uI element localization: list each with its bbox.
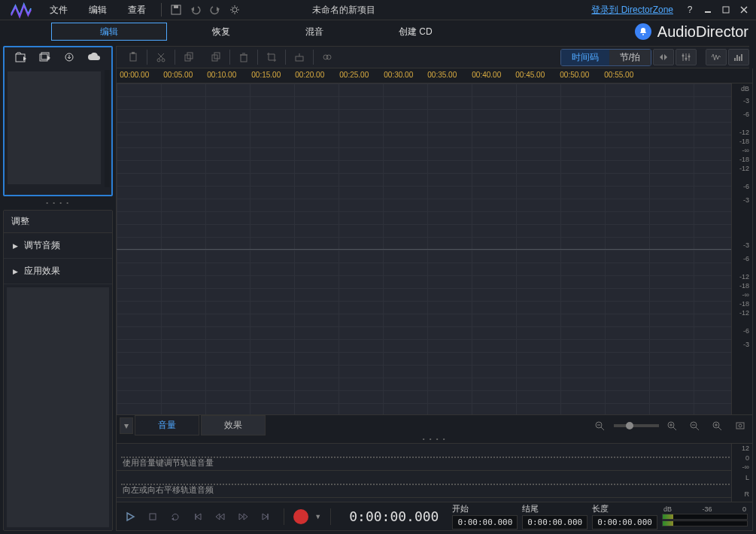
menu-file[interactable]: 文件	[39, 1, 78, 20]
track-hint: 使用音量键调节轨道音量	[123, 457, 214, 469]
import-file-icon[interactable]	[15, 52, 27, 65]
tracks-area: 使用音量键调节轨道音量 向左或向右平移轨道音频 12 0 -∞ L R dB	[117, 443, 752, 502]
end-label: 结尾	[522, 503, 587, 514]
adjust-body	[7, 287, 109, 527]
rewind-button[interactable]	[211, 508, 229, 526]
copy2-icon[interactable]	[202, 48, 229, 66]
tab-mix[interactable]: 混音	[283, 23, 346, 41]
svg-rect-62	[150, 514, 156, 520]
svg-marker-65	[196, 514, 201, 520]
zoom-slider[interactable]	[614, 424, 659, 427]
time-ruler[interactable]: 00:00.00 00:05.00 00:10.00 00:15.00 00:2…	[117, 68, 752, 83]
svg-marker-68	[239, 514, 243, 520]
svg-rect-1	[174, 5, 178, 8]
tab-edit[interactable]: 编辑	[51, 23, 167, 41]
waveform-view-icon[interactable]	[706, 49, 727, 65]
tab-volume[interactable]: 音量	[135, 415, 199, 435]
end-value[interactable]: 0:00:00.000	[522, 515, 587, 529]
skip-end-button[interactable]	[257, 508, 275, 526]
svg-marker-61	[127, 513, 134, 520]
minimize-icon[interactable]	[699, 2, 717, 18]
toggle-timecode[interactable]: 时间码	[560, 49, 610, 66]
svg-marker-63	[172, 517, 174, 520]
adjust-item-effect[interactable]: ▶ 应用效果	[4, 259, 112, 284]
tab-restore[interactable]: 恢复	[190, 23, 253, 41]
app-name-label: AudioDirector	[657, 23, 748, 41]
svg-rect-43	[739, 56, 740, 61]
adjust-item-audio[interactable]: ▶ 调节音频	[4, 233, 112, 259]
track-scale: 12 0 -∞ L R dB	[731, 444, 752, 502]
svg-marker-33	[660, 54, 663, 60]
paste-icon[interactable]	[120, 48, 147, 66]
app-brand: AudioDirector	[635, 23, 748, 41]
adjust-panel: 调整 ▶ 调节音频 ▶ 应用效果	[3, 210, 113, 531]
resize-handle-icon[interactable]: • • • •	[117, 435, 752, 443]
delete-icon[interactable]	[230, 48, 257, 66]
scrollbar[interactable]	[105, 70, 110, 187]
time-tick: 00:25.00	[339, 71, 369, 79]
meter-left	[662, 514, 748, 520]
menu-edit[interactable]: 编辑	[78, 1, 117, 20]
resize-handle-icon[interactable]: • • • •	[3, 199, 113, 207]
crop-icon[interactable]	[258, 48, 285, 66]
record-dropdown-icon[interactable]: ▼	[314, 513, 321, 520]
cursor-pos-icon[interactable]	[653, 49, 674, 65]
spectral-view-icon[interactable]	[728, 49, 749, 65]
redo-icon[interactable]	[205, 2, 225, 18]
normalize-icon[interactable]	[286, 48, 313, 66]
svg-rect-44	[741, 54, 742, 61]
zoom-in-horiz-icon[interactable]	[663, 417, 682, 435]
db-scale: dB -3 -6 -12 -18 -∞ -18 -12 -6 -3 -3 -6 …	[731, 83, 752, 414]
download-cloud-icon[interactable]	[63, 52, 75, 65]
skip-start-button[interactable]	[189, 508, 207, 526]
help-icon[interactable]: ?	[681, 2, 699, 18]
cloud-icon[interactable]	[87, 53, 101, 64]
panel-collapse-icon[interactable]: ▾	[120, 417, 133, 434]
app-logo-icon	[3, 0, 39, 20]
length-value[interactable]: 0:00:00.000	[592, 515, 657, 529]
undo-icon[interactable]	[186, 2, 205, 18]
stop-button[interactable]	[144, 508, 162, 526]
zoom-out-horiz-icon[interactable]	[591, 417, 609, 435]
record-button[interactable]	[293, 509, 308, 524]
svg-marker-34	[664, 54, 667, 60]
svg-rect-59	[736, 423, 744, 429]
notification-bell-icon[interactable]	[635, 23, 651, 40]
forward-button[interactable]	[234, 508, 252, 526]
maximize-icon[interactable]	[717, 2, 735, 18]
save-icon[interactable]	[166, 2, 186, 18]
equalizer-icon[interactable]	[676, 49, 697, 65]
time-tick: 00:20.00	[295, 71, 324, 79]
settings-gear-icon[interactable]	[225, 2, 244, 18]
menu-view[interactable]: 查看	[117, 1, 156, 20]
svg-rect-29	[296, 56, 303, 61]
main-tabs: 编辑 恢复 混音 创建 CD AudioDirector	[0, 20, 756, 43]
cut-icon[interactable]	[147, 48, 175, 66]
svg-point-60	[739, 424, 742, 427]
copy-icon[interactable]	[175, 48, 202, 66]
zoom-in-vert-icon[interactable]	[709, 417, 727, 435]
time-tick: 00:05.00	[163, 71, 193, 79]
waveform-canvas[interactable]: dB -3 -6 -12 -18 -∞ -18 -12 -6 -3 -3 -6 …	[117, 83, 752, 414]
director-zone-link[interactable]: 登录到 DirectorZone	[591, 4, 673, 17]
separator	[161, 3, 162, 17]
tab-effect[interactable]: 效果	[201, 415, 266, 435]
track-volume[interactable]: 使用音量键调节轨道音量	[117, 444, 752, 471]
fit-zoom-icon[interactable]	[731, 417, 749, 435]
tab-create-cd[interactable]: 创建 CD	[376, 23, 455, 41]
track-pan[interactable]: 向左或向右平移轨道音频	[117, 471, 752, 498]
media-list	[8, 71, 101, 184]
svg-line-46	[601, 427, 604, 430]
loop-button[interactable]	[166, 508, 184, 526]
svg-point-32	[326, 55, 331, 59]
effect-icon[interactable]	[314, 48, 341, 66]
play-button[interactable]	[121, 508, 139, 526]
zoom-out-vert-icon[interactable]	[686, 417, 704, 435]
time-tick: 00:10.00	[207, 71, 236, 79]
close-icon[interactable]	[735, 2, 753, 18]
svg-point-4	[232, 8, 237, 12]
time-tick: 00:35.00	[427, 71, 457, 79]
import-folder-icon[interactable]	[39, 52, 51, 65]
toggle-beats[interactable]: 节/拍	[609, 50, 651, 65]
start-value[interactable]: 0:00:00.000	[452, 515, 518, 529]
